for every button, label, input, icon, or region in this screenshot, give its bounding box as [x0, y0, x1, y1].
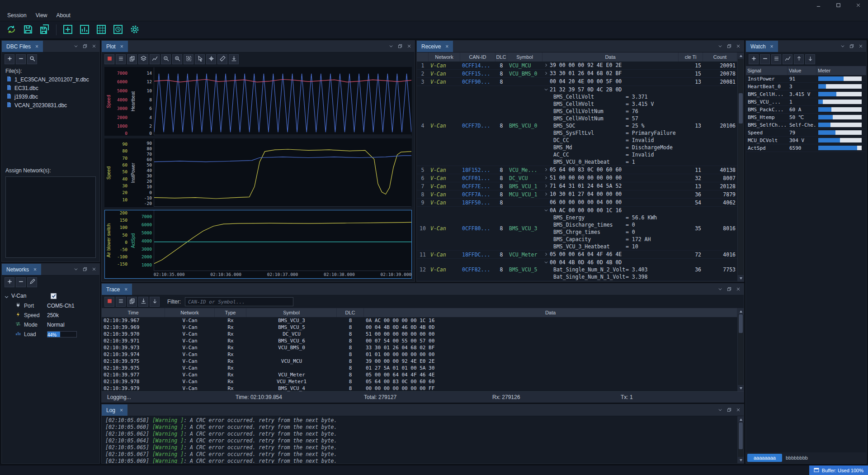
scroll-down-button[interactable]	[738, 457, 744, 463]
expand-icon[interactable]	[544, 184, 550, 188]
zoom-out-button[interactable]	[161, 54, 171, 64]
expand-icon[interactable]	[544, 168, 550, 171]
panel-menu-button[interactable]	[839, 43, 846, 50]
zoom-fit-button[interactable]	[184, 54, 193, 64]
dbc-file-item[interactable]: j1939.dbc	[4, 92, 98, 101]
tab-receive[interactable]: Receive ×	[417, 41, 453, 52]
tab-close-icon[interactable]: ×	[445, 43, 448, 50]
column-header[interactable]: Meter	[816, 66, 866, 75]
trace-row[interactable]: 02:10:39.969V-CanRxBMS_VCU_5800 04 4B 0D…	[102, 324, 737, 331]
menu-view[interactable]: View	[31, 11, 52, 20]
signal-row[interactable]: Bat_Single_Num_N_1_Volt= 3.398	[544, 273, 677, 280]
column-header[interactable]: cle Ti	[679, 52, 703, 62]
panel-float-button[interactable]	[725, 285, 733, 293]
copy-button[interactable]	[127, 297, 137, 307]
panel-float-button[interactable]	[81, 43, 89, 50]
column-header[interactable]: Data	[364, 308, 737, 317]
watch-row[interactable]: InstPower91	[746, 75, 866, 83]
panel-close-button[interactable]	[734, 285, 742, 293]
scroll-up-button[interactable]	[738, 52, 744, 59]
column-header[interactable]: Network	[429, 52, 460, 62]
list-button[interactable]	[116, 297, 126, 307]
grid-view-button[interactable]	[94, 23, 108, 37]
export-button[interactable]	[138, 297, 148, 307]
tab-log[interactable]: Log ×	[102, 404, 127, 416]
collapse-icon[interactable]	[544, 209, 550, 212]
minimize-button[interactable]	[808, 0, 828, 10]
trace-row[interactable]: 02:10:39.970V-CanRxDC_VCU851 00 00 00 00…	[102, 331, 737, 337]
expand-icon[interactable]	[544, 63, 550, 67]
panel-close-button[interactable]	[734, 406, 742, 414]
signal-row[interactable]: BMS_Capacity= 172 AH	[544, 236, 677, 243]
remove-dbc-button[interactable]	[16, 54, 26, 64]
scroll-up-button[interactable]	[738, 308, 744, 314]
panel-menu-button[interactable]	[716, 43, 724, 50]
receive-row[interactable]: 6V-Can0CFF01...8DC_VCU51 00 00 00 00 00 …	[417, 174, 737, 182]
crosshair-button[interactable]	[206, 54, 216, 64]
chart[interactable]: Speed908070605040302010InstPower90807060…	[104, 138, 412, 207]
column-header[interactable]: DLC	[337, 308, 364, 317]
menu-session[interactable]: Session	[3, 11, 31, 20]
assign-network-box[interactable]	[5, 176, 96, 258]
dbc-file-item[interactable]: EC31.dbc	[4, 84, 98, 92]
move-down-button[interactable]	[805, 54, 815, 64]
signal-row[interactable]: BMS_Discharge_times= 0	[544, 221, 677, 228]
signal-row[interactable]: BMS_CellLVoltNum= 76	[544, 108, 677, 115]
receive-row[interactable]: 3V-Can0CFF90...800 04 20 4E 00 00 5F 001…	[417, 78, 737, 86]
signal-chart-button[interactable]	[783, 54, 793, 64]
panel-float-button[interactable]	[725, 43, 733, 50]
stack-button[interactable]	[138, 54, 148, 64]
watch-row[interactable]: Speed79	[746, 129, 866, 137]
inspect-dbc-button[interactable]	[27, 54, 37, 64]
receive-row[interactable]: 9V-Can18FF50...806 00 00 00 00 04 00 005…	[417, 199, 737, 207]
receive-row[interactable]: 1V-Can0CFF14...8VCU_MCU39 00 00 00 92 4E…	[417, 62, 737, 70]
plot-view-button[interactable]	[78, 23, 91, 37]
panel-menu-button[interactable]	[716, 406, 724, 414]
watch-row[interactable]: BMS_CellH...3.415 V	[746, 90, 866, 98]
scrollbar-track[interactable]	[738, 59, 744, 275]
legend-button[interactable]	[116, 54, 126, 64]
add-dbc-button[interactable]	[5, 54, 14, 64]
chart[interactable]: Air blower switch200150100500-50-100-150…	[104, 210, 412, 279]
trace-row[interactable]: 02:10:39.973V-CanRxVCU_BMS_0833 30 01 26…	[102, 344, 737, 351]
copy-button[interactable]	[127, 54, 137, 64]
panel-close-button[interactable]	[857, 43, 864, 50]
receive-row[interactable]: 11V-Can18FFDC...8VCU_Meter05 00 00 64 04…	[417, 251, 737, 259]
signal-row[interactable]: DC_CC= Invalid	[544, 137, 677, 144]
signal-row[interactable]: BMS_VCU_3_Heatbeat= 10	[544, 243, 677, 250]
panel-float-button[interactable]	[396, 43, 404, 50]
column-header[interactable]: Type	[215, 308, 246, 317]
move-up-button[interactable]	[794, 54, 804, 64]
save-all-button[interactable]	[38, 23, 52, 37]
close-button[interactable]	[848, 0, 868, 10]
receive-row[interactable]: 5V-Can18F152...8VCU_Me...05 64 00 83 0C …	[417, 166, 737, 174]
receive-row[interactable]: 10V-Can0CFF80...8BMS_VCU_30A AC 00 00 00…	[417, 207, 737, 251]
scrollbar-thumb[interactable]	[739, 93, 743, 124]
network-prop-port[interactable]: PortCOM5-Ch1	[5, 301, 97, 310]
tab-close-icon[interactable]: ×	[124, 286, 127, 293]
scroll-up-button[interactable]	[738, 416, 744, 423]
scrollbar-thumb[interactable]	[739, 314, 743, 333]
add-network-button[interactable]	[5, 277, 14, 287]
trace-row[interactable]: 02:10:39.979V-CanRxBMS_VCU_4800 00 00 00…	[102, 385, 737, 391]
receive-row[interactable]: 12V-Can0CFF82...8BMS_VCU_500 04 4B 0D 46…	[417, 259, 737, 281]
tab-close-icon[interactable]: ×	[33, 266, 37, 273]
chart[interactable]: Speed70006000500040003000200010000Heartb…	[104, 67, 412, 136]
signal-list-button[interactable]	[771, 54, 781, 64]
watch-row[interactable]: BMS_SelfCh...Self-Che...	[746, 121, 866, 129]
column-header[interactable]: Symbol	[246, 308, 337, 317]
panel-close-button[interactable]	[405, 43, 413, 50]
expand-icon[interactable]	[544, 252, 550, 256]
tab-close-icon[interactable]: ×	[35, 43, 38, 50]
scroll-follow-button[interactable]	[150, 297, 160, 307]
scrollbar-thumb[interactable]	[739, 423, 743, 449]
signal-row[interactable]: BMS_CellHVolt= 3.415 V	[544, 100, 677, 108]
export-button[interactable]	[229, 54, 239, 64]
dbc-file-item[interactable]: 1_EC35CAN_20201207_tr.dbc	[4, 75, 98, 84]
watch-row[interactable]: MCU_DCVolt304 V	[746, 137, 866, 144]
panel-float-button[interactable]	[81, 266, 89, 273]
plot-area[interactable]	[154, 210, 411, 271]
panel-close-button[interactable]	[734, 43, 742, 50]
channel-chip[interactable]: aaaaaaaa	[747, 454, 782, 462]
zoom-in-button[interactable]	[172, 54, 182, 64]
